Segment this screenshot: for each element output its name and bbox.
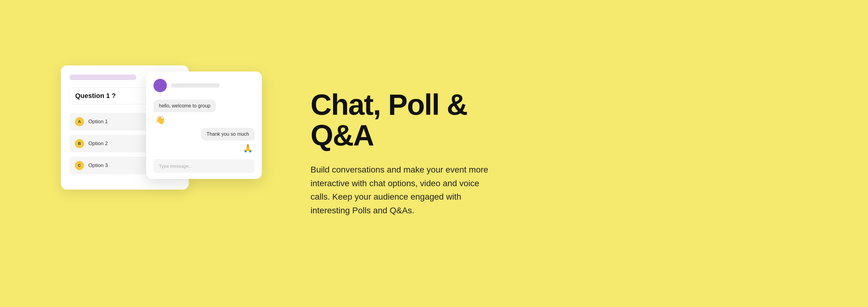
- option-badge-c: C: [75, 161, 84, 170]
- option-label-b: Option 2: [88, 141, 108, 147]
- chat-message-thankyou: Thank you so much: [201, 128, 254, 141]
- chat-message-welcome: hello, welcome to group: [153, 100, 216, 112]
- chat-input[interactable]: Type message...: [153, 159, 254, 173]
- chat-emoji-pray: 🙏: [243, 144, 254, 153]
- description: Build conversations and make your event …: [311, 163, 499, 217]
- mockups-container: Question 1 ? A Option 1 B Option 2 C Opt…: [61, 47, 274, 260]
- chat-emoji-wave: 👋: [153, 115, 165, 125]
- option-badge-b: B: [75, 139, 84, 148]
- chat-card: hello, welcome to group 👋 Thank you so m…: [146, 71, 262, 179]
- chat-header: [153, 79, 254, 92]
- chat-messages: hello, welcome to group 👋 Thank you so m…: [153, 100, 254, 153]
- poll-header-bar: [69, 74, 136, 80]
- text-content: Chat, Poll & Q&A Build conversations and…: [311, 90, 524, 217]
- main-heading: Chat, Poll & Q&A: [311, 90, 524, 151]
- option-badge-a: A: [75, 117, 84, 126]
- chat-avatar: [153, 79, 167, 92]
- chat-name-bar: [171, 83, 220, 88]
- option-label-a: Option 1: [88, 119, 108, 125]
- option-label-c: Option 3: [88, 163, 108, 169]
- page-container: Question 1 ? A Option 1 B Option 2 C Opt…: [0, 0, 868, 307]
